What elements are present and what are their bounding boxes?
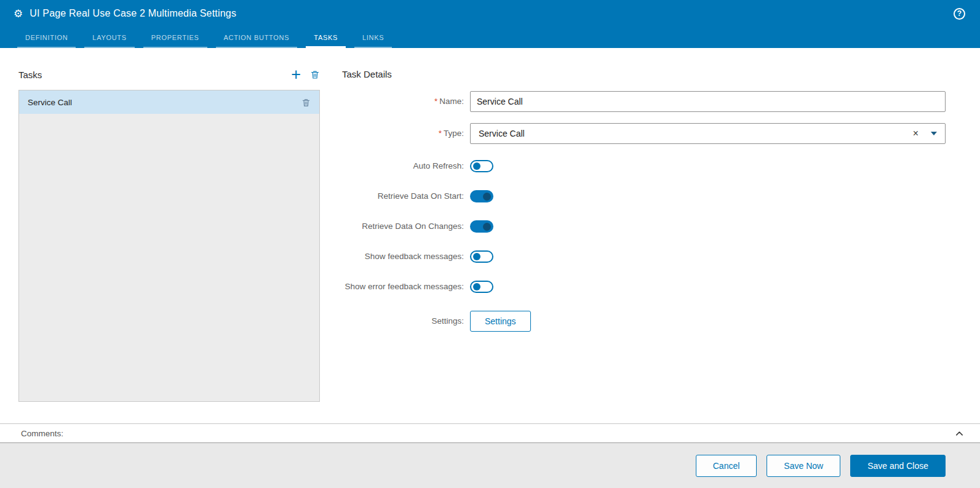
save-and-close-button[interactable]: Save and Close bbox=[850, 455, 946, 477]
settings-button[interactable]: Settings bbox=[470, 311, 531, 332]
task-list: Service Call bbox=[18, 90, 320, 402]
task-details-title: Task Details bbox=[342, 65, 946, 84]
gear-icon: ⚙ bbox=[14, 9, 23, 19]
settings-label: Settings: bbox=[342, 315, 470, 327]
type-select-value: Service Call bbox=[479, 129, 913, 138]
form-row-retrieve-on-changes: Retrieve Data On Changes: bbox=[342, 220, 946, 233]
clear-icon[interactable]: × bbox=[913, 129, 918, 138]
comments-label: Comments: bbox=[21, 429, 63, 438]
retrieve-on-start-toggle[interactable] bbox=[470, 190, 493, 202]
toggle-knob bbox=[483, 193, 491, 201]
chevron-up-icon[interactable] bbox=[955, 429, 964, 438]
task-details-panel: Task Details *Name: *Type: Service Call … bbox=[342, 65, 946, 423]
name-input[interactable] bbox=[470, 91, 946, 112]
save-now-button[interactable]: Save Now bbox=[767, 455, 840, 477]
delete-task-row-icon[interactable] bbox=[301, 98, 311, 107]
show-feedback-label: Show feedback messages: bbox=[342, 250, 470, 263]
toggle-knob bbox=[483, 223, 491, 231]
main-content: Tasks + Service Call bbox=[0, 48, 980, 423]
show-feedback-toggle[interactable] bbox=[470, 250, 493, 263]
form-row-show-error-feedback: Show error feedback messages: bbox=[342, 281, 946, 293]
header: ⚙ UI Page Real Use Case 2 Multimedia Set… bbox=[0, 0, 980, 48]
add-task-icon[interactable]: + bbox=[291, 69, 301, 80]
title-row: ⚙ UI Page Real Use Case 2 Multimedia Set… bbox=[0, 0, 980, 27]
tasks-actions: + bbox=[291, 69, 320, 80]
footer-action-bar: Cancel Save Now Save and Close bbox=[0, 443, 980, 488]
toggle-knob bbox=[473, 283, 480, 290]
toggle-knob bbox=[473, 253, 480, 260]
tab-definition[interactable]: DEFINITION bbox=[17, 34, 76, 48]
tab-links[interactable]: LINKS bbox=[354, 34, 392, 48]
form-row-name: *Name: bbox=[342, 91, 946, 112]
name-label: *Name: bbox=[342, 95, 470, 108]
toggle-knob bbox=[473, 162, 480, 170]
tasks-panel: Tasks + Service Call bbox=[18, 65, 320, 423]
retrieve-on-changes-toggle[interactable] bbox=[470, 220, 493, 233]
required-indicator: * bbox=[434, 97, 437, 106]
show-error-feedback-toggle[interactable] bbox=[470, 281, 493, 293]
tasks-title: Tasks bbox=[18, 70, 42, 80]
tab-tasks[interactable]: TASKS bbox=[306, 34, 346, 48]
form-row-type: *Type: Service Call × bbox=[342, 123, 946, 144]
tasks-panel-header: Tasks + bbox=[18, 65, 320, 84]
required-indicator: * bbox=[439, 129, 442, 138]
form-row-auto-refresh: Auto Refresh: bbox=[342, 160, 946, 172]
tab-bar: DEFINITION LAYOUTS PROPERTIES ACTION BUT… bbox=[0, 27, 980, 48]
app-window: ⚙ UI Page Real Use Case 2 Multimedia Set… bbox=[0, 0, 980, 488]
help-icon[interactable]: ? bbox=[954, 8, 965, 20]
form-row-settings: Settings: Settings bbox=[342, 311, 946, 332]
comments-bar[interactable]: Comments: bbox=[0, 423, 980, 443]
task-details-form: *Name: *Type: Service Call × bbox=[342, 91, 946, 343]
chevron-down-icon[interactable] bbox=[931, 132, 937, 135]
retrieve-on-changes-label: Retrieve Data On Changes: bbox=[342, 220, 470, 233]
form-row-retrieve-on-start: Retrieve Data On Start: bbox=[342, 190, 946, 202]
auto-refresh-label: Auto Refresh: bbox=[342, 160, 470, 172]
tab-properties[interactable]: PROPERTIES bbox=[143, 34, 207, 48]
delete-task-icon[interactable] bbox=[310, 70, 320, 79]
show-error-feedback-label: Show error feedback messages: bbox=[342, 281, 470, 293]
tab-action-buttons[interactable]: ACTION BUTTONS bbox=[216, 34, 298, 48]
tab-layouts[interactable]: LAYOUTS bbox=[84, 34, 134, 48]
type-select[interactable]: Service Call × bbox=[470, 123, 946, 144]
retrieve-on-start-label: Retrieve Data On Start: bbox=[342, 190, 470, 202]
type-label: *Type: bbox=[342, 127, 470, 140]
page-title: UI Page Real Use Case 2 Multimedia Setti… bbox=[30, 8, 236, 19]
cancel-button[interactable]: Cancel bbox=[696, 455, 757, 477]
task-item-label: Service Call bbox=[28, 98, 72, 107]
form-row-show-feedback: Show feedback messages: bbox=[342, 250, 946, 263]
task-list-item[interactable]: Service Call bbox=[19, 90, 319, 114]
auto-refresh-toggle[interactable] bbox=[470, 160, 493, 172]
